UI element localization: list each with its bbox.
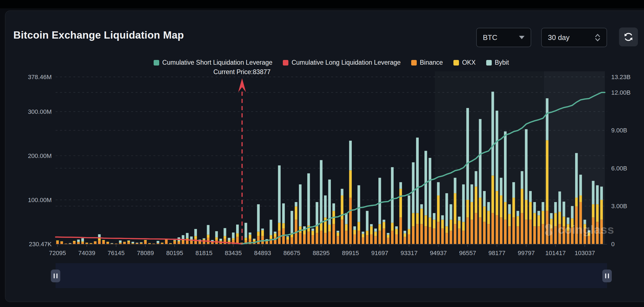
svg-text:200.00M: 200.00M [28,152,52,159]
svg-text:89915: 89915 [342,250,359,256]
legend-swatch-icon [411,60,417,66]
svg-text:300.00M: 300.00M [28,108,52,115]
chevron-down-icon [519,36,525,39]
navigator-right-handle[interactable] [602,270,612,282]
legend-label: Cumulative Short Liquidation Leverage [162,59,272,66]
chart-legend: Cumulative Short Liquidation LeverageCum… [56,59,607,66]
refresh-icon [623,31,634,42]
svg-text:0: 0 [611,241,615,248]
svg-text:12.00B: 12.00B [611,89,631,96]
legend-label: OKX [462,59,476,66]
svg-text:103037: 103037 [575,250,595,256]
svg-text:378.46M: 378.46M [28,74,52,80]
legend-item-4[interactable]: Bybit [486,59,509,66]
legend-item-0[interactable]: Cumulative Short Liquidation Leverage [154,59,272,66]
svg-text:99797: 99797 [518,250,535,256]
svg-text:93317: 93317 [401,250,418,256]
svg-text:80195: 80195 [166,250,183,256]
svg-text:94937: 94937 [430,250,447,256]
svg-text:98177: 98177 [488,250,505,256]
legend-swatch-icon [453,60,459,66]
legend-swatch-icon [154,60,159,66]
page-title: Bitcoin Exchange Liquidation Map [13,29,184,41]
svg-text:76145: 76145 [108,250,124,256]
svg-text:96557: 96557 [459,250,476,256]
svg-text:78089: 78089 [137,250,154,256]
spinner-updown-icon [595,34,600,41]
legend-item-1[interactable]: Cumulative Long Liquidation Leverage [283,59,401,66]
svg-text:72095: 72095 [49,250,66,256]
svg-text:13.23B: 13.23B [611,74,631,80]
legend-label: Binance [420,59,443,66]
svg-text:100.00M: 100.00M [28,197,52,203]
symbol-select-value: BTC [483,33,497,42]
svg-text:83435: 83435 [225,250,242,256]
svg-text:84893: 84893 [254,250,271,256]
svg-text:230.47K: 230.47K [29,241,52,248]
legend-label: Bybit [495,59,509,66]
svg-text:74039: 74039 [78,250,95,256]
svg-text:88295: 88295 [313,250,330,256]
svg-text:6.00B: 6.00B [611,165,627,172]
legend-swatch-icon [486,60,492,66]
svg-text:86675: 86675 [283,250,300,256]
svg-text:3.00B: 3.00B [611,203,627,210]
navigator-left-handle[interactable] [51,270,60,282]
period-select[interactable]: 30 day [541,28,607,47]
legend-item-3[interactable]: OKX [453,59,476,66]
range-navigator[interactable] [56,263,607,288]
svg-text:9.00B: 9.00B [611,127,627,134]
current-price-label: Current Price:83877 [213,68,271,76]
svg-text:101417: 101417 [545,250,566,256]
svg-text:81815: 81815 [196,250,213,256]
refresh-button[interactable] [619,27,638,46]
legend-item-2[interactable]: Binance [411,59,443,66]
legend-label: Cumulative Long Liquidation Leverage [291,59,401,66]
period-select-value: 30 day [548,33,570,42]
svg-text:91697: 91697 [371,250,388,256]
legend-swatch-icon [283,60,288,66]
symbol-select[interactable]: BTC [476,28,531,47]
